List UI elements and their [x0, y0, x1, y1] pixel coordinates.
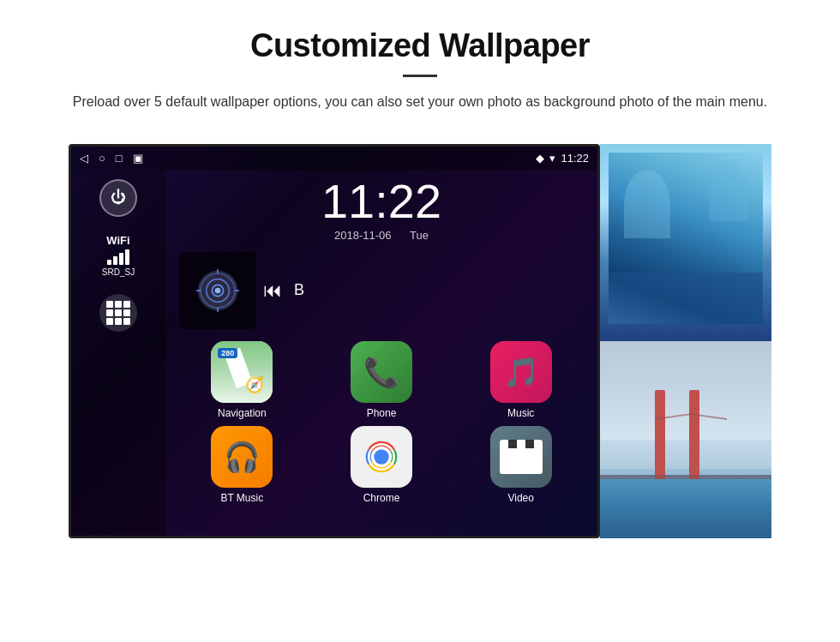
signal-icon: [196, 269, 239, 312]
ice-cave-image: [600, 144, 771, 341]
video-label: Video: [507, 492, 533, 504]
screenshot-icon[interactable]: ▣: [133, 152, 143, 165]
wifi-bar-1: [107, 260, 111, 265]
bluetooth-symbol-icon: 🎧: [224, 440, 260, 474]
nav-badge: 280: [218, 348, 237, 358]
media-widget: [179, 252, 256, 329]
prev-track-button[interactable]: ⏮: [263, 279, 282, 302]
apps-grid-button[interactable]: [99, 294, 137, 332]
grid-icon: [106, 301, 130, 325]
power-button[interactable]: ⏻: [99, 179, 137, 217]
phone-symbol: 📞: [363, 355, 399, 389]
svg-point-4: [215, 287, 221, 293]
media-controls: ⏮ B: [263, 279, 304, 302]
app-item-music[interactable]: 🎵 Music: [454, 341, 587, 419]
photo-bottom-bridge: [600, 341, 771, 538]
phone-icon: 📞: [351, 341, 412, 403]
page-subtitle: Preload over 5 default wallpaper options…: [69, 91, 771, 113]
app-grid: 280 🧭 Navigation 📞 Phone: [176, 341, 587, 504]
clock-time: 11:22: [176, 177, 587, 225]
chrome-icon: [351, 426, 412, 488]
navigation-label: Navigation: [218, 407, 267, 419]
location-icon: ◆: [536, 152, 544, 165]
wifi-label: WiFi: [102, 234, 135, 247]
time-section: 11:22 2018-11-06 Tue: [176, 177, 587, 242]
ice-formation: [609, 153, 763, 324]
status-time: 11:22: [561, 152, 589, 165]
bluetooth-indicator: B: [294, 281, 304, 299]
app-item-navigation[interactable]: 280 🧭 Navigation: [176, 341, 309, 419]
wifi-widget: WiFi SRD_SJ: [102, 234, 135, 277]
status-bar: ◁ ○ □ ▣ ◆ ▾ 11:22: [71, 147, 597, 171]
wifi-icon: ▾: [549, 152, 555, 165]
chrome-label: Chrome: [363, 492, 400, 504]
right-panel: CarSetting: [600, 144, 771, 538]
status-bar-left: ◁ ○ □ ▣: [80, 152, 143, 165]
svg-point-10: [374, 449, 388, 464]
photo-top-ice-cave: [600, 144, 771, 341]
main-content: ◁ ○ □ ▣ ◆ ▾ 11:22 ⏻ WiFi: [0, 127, 840, 555]
left-sidebar: ⏻ WiFi SRD_SJ: [71, 171, 165, 536]
screen-body: ⏻ WiFi SRD_SJ: [71, 171, 597, 536]
bt-music-icon: 🎧: [211, 426, 273, 488]
center-content: 11:22 2018-11-06 Tue: [165, 171, 597, 536]
video-icon: [490, 426, 552, 488]
navigation-icon: 280 🧭: [211, 341, 273, 403]
bridge-image: [600, 341, 771, 538]
page-header: Customized Wallpaper Preload over 5 defa…: [0, 0, 840, 127]
music-icon: 🎵: [490, 341, 552, 403]
car-setting-label: CarSetting: [600, 573, 771, 585]
status-bar-right: ◆ ▾ 11:22: [536, 152, 589, 165]
wifi-bars: [102, 249, 135, 265]
power-icon: ⏻: [111, 189, 126, 207]
phone-label: Phone: [367, 407, 397, 419]
device-screen: ◁ ○ □ ▣ ◆ ▾ 11:22 ⏻ WiFi: [69, 144, 600, 538]
app-item-video[interactable]: Video: [454, 426, 587, 504]
app-item-chrome[interactable]: Chrome: [315, 426, 448, 504]
back-icon[interactable]: ◁: [80, 152, 88, 165]
home-icon[interactable]: ○: [99, 152, 105, 165]
clapperboard-icon: [500, 440, 543, 474]
page-title: Customized Wallpaper: [69, 27, 771, 64]
app-item-bt-music[interactable]: 🎧 BT Music: [176, 426, 309, 504]
music-note-icon: 🎵: [503, 355, 539, 389]
bt-music-label: BT Music: [220, 492, 263, 504]
wifi-network: SRD_SJ: [102, 267, 135, 277]
clock-date: 2018-11-06 Tue: [176, 229, 587, 242]
wifi-bar-4: [125, 249, 129, 265]
wifi-bar-3: [119, 253, 123, 265]
nav-pin-icon: 🧭: [245, 375, 264, 394]
chrome-svg-icon: [359, 435, 404, 479]
app-item-phone[interactable]: 📞 Phone: [315, 341, 448, 419]
media-row: ⏮ B: [176, 252, 587, 329]
wifi-bar-2: [113, 256, 117, 265]
recents-icon[interactable]: □: [116, 152, 123, 165]
music-label: Music: [507, 407, 534, 419]
title-divider: [403, 75, 437, 77]
